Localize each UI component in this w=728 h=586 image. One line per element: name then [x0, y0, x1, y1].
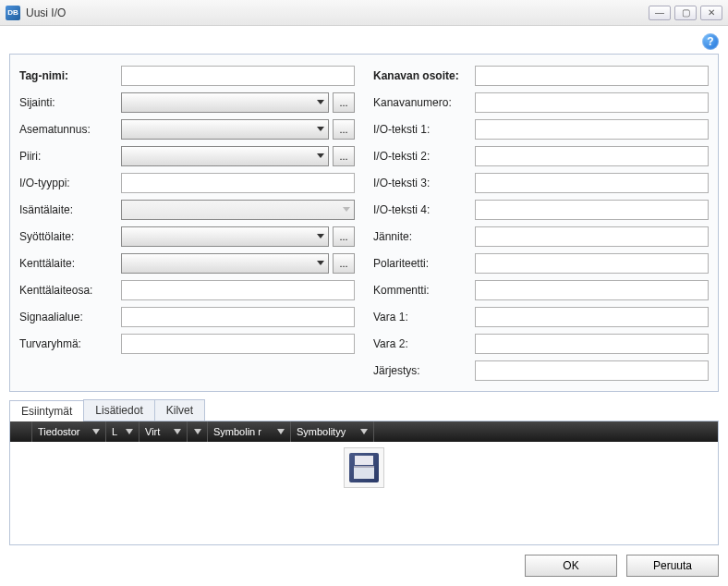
row-kenttalaiteosa: Kenttälaiteosa: [19, 276, 355, 303]
ok-button[interactable]: OK [525, 555, 617, 577]
filter-icon [277, 429, 285, 434]
row-ioteksti4: I/O-teksti 4: [373, 196, 709, 223]
input-kanavanumero[interactable] [475, 92, 709, 113]
input-turvaryhma[interactable] [121, 334, 355, 354]
label-vara1: Vara 1: [373, 311, 475, 324]
browse-piiri-button[interactable]: ... [333, 146, 355, 166]
tab-lisatiedot[interactable]: Lisätiedot [83, 399, 154, 421]
label-polariteetti: Polariteetti: [373, 257, 475, 270]
help-icon[interactable]: ? [702, 33, 719, 50]
label-signaalialue: Signaalialue: [19, 311, 121, 324]
row-kanavanumero: Kanavanumero: [373, 89, 709, 116]
chevron-down-icon [317, 100, 324, 104]
input-ioteksti1[interactable] [475, 119, 709, 140]
col-tiedostor[interactable]: Tiedostor [32, 421, 106, 442]
browse-syottolaite-button[interactable]: ... [333, 226, 355, 247]
cancel-button[interactable]: Peruuta [626, 555, 719, 577]
tab-kilvet[interactable]: Kilvet [154, 399, 205, 421]
chevron-down-icon [317, 234, 324, 238]
row-turvaryhma: Turvaryhmä: [19, 330, 355, 357]
label-iotyyppi: I/O-tyyppi: [19, 177, 121, 189]
grid-rowselector-header[interactable] [10, 421, 32, 442]
input-ioteksti3[interactable] [475, 173, 709, 193]
input-ioteksti4[interactable] [475, 200, 709, 220]
label-ioteksti4: I/O-teksti 4: [373, 203, 475, 216]
label-kanavanumero: Kanavanumero: [373, 96, 475, 109]
window-title: Uusi I/O [26, 6, 649, 19]
col-tiedostor-label: Tiedostor [38, 426, 79, 437]
label-sijainti: Sijainti: [19, 96, 121, 109]
col-virt[interactable]: Virt [140, 421, 188, 442]
label-tag: Tag-nimi: [19, 69, 121, 82]
combo-asematunnus[interactable] [121, 119, 329, 140]
col-empty[interactable] [188, 421, 208, 442]
row-jannite: Jännite: [373, 223, 709, 250]
label-ioteksti2: I/O-teksti 2: [373, 150, 475, 163]
filter-icon [360, 429, 368, 434]
input-vara1[interactable] [475, 307, 709, 327]
minimize-button[interactable]: — [649, 6, 671, 20]
input-polariteetti[interactable] [475, 253, 709, 274]
form-left-column: Tag-nimi: Sijainti: ... Asematunnus: ... [19, 62, 355, 384]
dialog-buttons: OK Peruuta [9, 555, 719, 577]
label-ioteksti3: I/O-teksti 3: [373, 177, 475, 189]
maximize-button[interactable]: ▢ [674, 6, 697, 20]
row-signaalialue: Signaalialue: [19, 303, 355, 330]
input-vara2[interactable] [475, 334, 709, 354]
label-isantalaite: Isäntälaite: [19, 203, 121, 216]
form-grid: Tag-nimi: Sijainti: ... Asematunnus: ... [19, 62, 709, 384]
input-iotyyppi[interactable] [121, 173, 355, 193]
input-ioteksti2[interactable] [475, 146, 709, 166]
label-ioteksti1: I/O-teksti 1: [373, 123, 475, 136]
row-asematunnus: Asematunnus: ... [19, 116, 355, 142]
browse-kenttalaite-button[interactable]: ... [333, 253, 355, 274]
chevron-down-icon [343, 207, 350, 212]
label-turvaryhma: Turvaryhmä: [19, 337, 121, 350]
tabs: Esiintymät Lisätiedot Kilvet [9, 399, 719, 421]
save-placeholder[interactable] [344, 447, 384, 488]
input-jarjestys[interactable] [475, 360, 709, 381]
chevron-down-icon [317, 153, 324, 158]
label-asematunnus: Asematunnus: [19, 123, 121, 136]
combo-kenttalaite[interactable] [121, 253, 329, 274]
combo-syottolaite[interactable] [121, 226, 329, 247]
grid-header: Tiedostor L Virt Symbolin r Symbolityy [10, 421, 718, 442]
window-buttons: — ▢ ✕ [649, 6, 722, 20]
row-vara1: Vara 1: [373, 303, 709, 330]
row-polariteetti: Polariteetti: [373, 250, 709, 276]
col-symbolityy[interactable]: Symbolityy [291, 421, 374, 442]
input-kommentti[interactable] [475, 280, 709, 300]
form-panel: Tag-nimi: Sijainti: ... Asematunnus: ... [9, 54, 719, 392]
filter-icon [194, 429, 201, 434]
filter-icon [92, 429, 100, 434]
col-l[interactable]: L [106, 421, 140, 442]
row-piiri: Piiri: ... [19, 142, 355, 169]
col-symbolityy-label: Symbolityy [297, 426, 346, 437]
input-tag[interactable] [121, 66, 355, 86]
label-jarjestys: Järjestys: [373, 364, 475, 377]
browse-asematunnus-button[interactable]: ... [333, 119, 355, 140]
col-virt-label: Virt [145, 426, 160, 437]
label-kanavan-osoite: Kanavan osoite: [373, 69, 475, 82]
row-ioteksti3: I/O-teksti 3: [373, 169, 709, 196]
row-isantalaite: Isäntälaite: [19, 196, 355, 223]
browse-sijainti-button[interactable]: ... [333, 92, 355, 113]
content-area: ? Tag-nimi: Sijainti: ... Asematunnus [0, 26, 728, 586]
close-button[interactable]: ✕ [700, 6, 722, 20]
input-jannite[interactable] [475, 226, 709, 247]
input-signaalialue[interactable] [121, 307, 355, 327]
label-kenttalaiteosa: Kenttälaiteosa: [19, 284, 121, 297]
combo-sijainti[interactable] [121, 92, 329, 113]
combo-piiri[interactable] [121, 146, 329, 166]
row-kanavan-osoite: Kanavan osoite: [373, 62, 709, 89]
row-kommentti: Kommentti: [373, 276, 709, 303]
floppy-disk-icon [349, 453, 379, 482]
combo-isantalaite [121, 200, 355, 220]
label-jannite: Jännite: [373, 230, 475, 243]
col-symbolin-r[interactable]: Symbolin r [208, 421, 291, 442]
tab-esiintymat[interactable]: Esiintymät [9, 400, 84, 421]
input-kenttalaiteosa[interactable] [121, 280, 355, 300]
input-kanavan-osoite[interactable] [475, 66, 709, 86]
row-sijainti: Sijainti: ... [19, 89, 355, 116]
help-row: ? [9, 33, 719, 54]
